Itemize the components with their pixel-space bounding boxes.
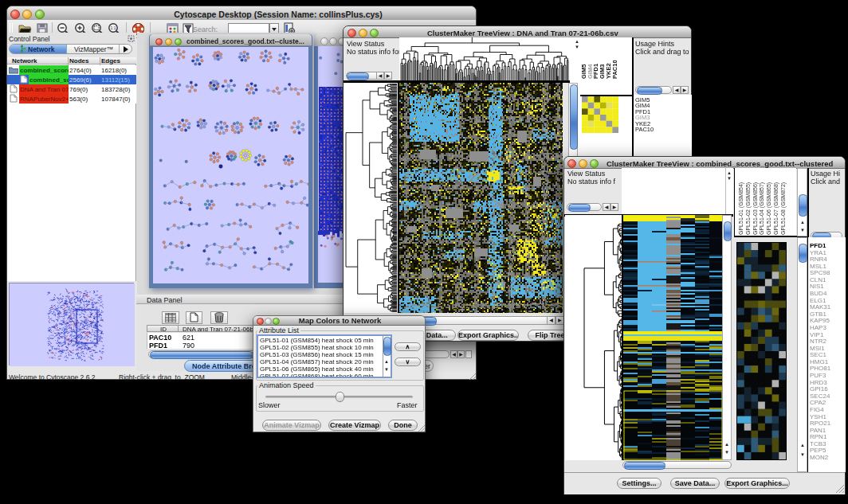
svg-text:1:1: 1:1 (111, 25, 116, 30)
